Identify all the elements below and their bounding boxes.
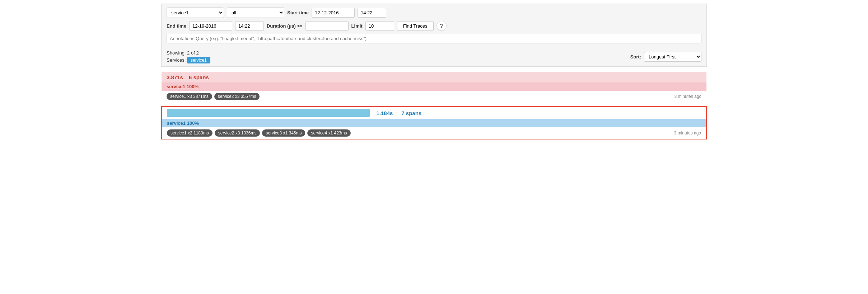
limit-input[interactable] (365, 21, 394, 31)
span-tag-1-0: service1 x3 3871ms (167, 93, 212, 100)
trace-bar-row-1: service1 100% (162, 82, 706, 91)
sort-row: Sort: Longest FirstNewest FirstOldest Fi… (630, 52, 701, 62)
services-row: Services: service1 (167, 57, 210, 63)
trace-service-pct-1: 100% (187, 84, 199, 89)
service-select[interactable]: service1 (167, 8, 224, 18)
span-tag-2-0: service1 x2 1183ms (167, 129, 213, 137)
span-tag-1-1: service2 x3 3557ms (214, 93, 260, 100)
duration-label: Duration (μs) >= (267, 23, 303, 29)
span-tag-2-1: service2 x3 1036ms (215, 129, 260, 137)
end-time-input[interactable] (235, 21, 264, 31)
end-date-input[interactable] (189, 21, 232, 31)
results-row: Showing: 2 of 2 Services: service1 Sort:… (167, 50, 701, 63)
trace-spans-2: 7 spans (401, 110, 421, 116)
services-label: Services: (167, 57, 186, 63)
trace-duration-2: 1.184s (376, 110, 393, 116)
span-tags-left-1: service1 x3 3871ms service2 x3 3557ms (167, 93, 260, 100)
page-wrapper: service1 all Start time End time Duratio… (158, 0, 710, 148)
trace-time-ago-2: 3 minutes ago (674, 131, 701, 136)
help-button[interactable]: ? (437, 21, 447, 31)
filter-row-1: service1 all Start time (167, 8, 701, 18)
span-tag-2-2: service3 x1 345ms (262, 129, 305, 137)
filter-bar: service1 all Start time End time Duratio… (161, 4, 707, 47)
showing-label: Showing: 2 of 2 (167, 50, 210, 56)
results-bar: Showing: 2 of 2 Services: service1 Sort:… (161, 47, 707, 67)
trace-duration-1: 3.871s (167, 74, 183, 80)
trace-bar-row-2: service1 100% (162, 119, 706, 127)
trace-time-ago-1: 3 minutes ago (675, 94, 701, 99)
trace-header-2: 1.184s 7 spans (162, 107, 706, 119)
duration-input[interactable] (305, 21, 349, 31)
trace-service-2: service1 100% (167, 120, 199, 126)
trace-service-1: service1 100% (167, 84, 199, 89)
trace-header-1: 3.871s 6 spans (162, 72, 706, 82)
start-date-input[interactable] (312, 8, 355, 18)
start-time-input[interactable] (358, 8, 386, 18)
sort-select[interactable]: Longest FirstNewest FirstOldest First (644, 52, 701, 62)
operation-select[interactable]: all (227, 8, 284, 18)
end-time-label: End time (167, 23, 186, 29)
trace-header-inner-2: 1.184s 7 spans (167, 109, 701, 117)
sort-label: Sort: (630, 54, 641, 60)
annotations-input[interactable] (167, 34, 701, 43)
trace-header-inner-1: 3.871s 6 spans (167, 74, 701, 80)
filter-row-2: End time Duration (μs) >= Limit Find Tra… (167, 21, 701, 31)
trace-service-name-1: service1 (167, 84, 185, 89)
trace-card-2[interactable]: 1.184s 7 spans service1 100% service1 x2… (161, 106, 707, 139)
start-time-label: Start time (287, 10, 309, 15)
limit-label: Limit (351, 23, 363, 29)
trace-service-pct-2: 100% (187, 120, 199, 126)
service-badge: service1 (187, 57, 210, 63)
filter-row-annotations (167, 34, 701, 43)
span-tags-1: service1 x3 3871ms service2 x3 3557ms 3 … (162, 91, 706, 102)
span-tags-2: service1 x2 1183ms service2 x3 1036ms se… (162, 127, 706, 139)
span-tag-2-3: service4 x1 423ms (307, 129, 350, 137)
results-info: Showing: 2 of 2 Services: service1 (167, 50, 210, 63)
trace-progress-bar-2 (167, 109, 370, 117)
results-container: 3.871s 6 spans service1 100% service1 x3… (161, 67, 707, 144)
trace-spans-1: 6 spans (189, 74, 209, 80)
trace-service-name-2: service1 (167, 120, 186, 126)
find-traces-button[interactable]: Find Traces (397, 21, 434, 31)
span-tags-left-2: service1 x2 1183ms service2 x3 1036ms se… (167, 129, 351, 137)
trace-card-1[interactable]: 3.871s 6 spans service1 100% service1 x3… (161, 72, 707, 103)
